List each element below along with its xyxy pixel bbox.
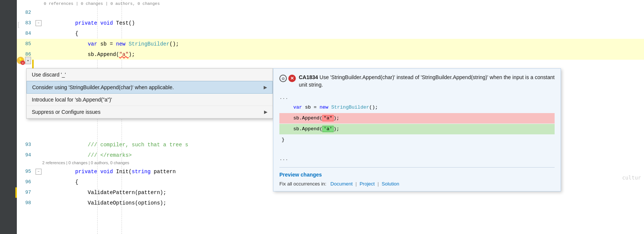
fix-link-document[interactable]: Document <box>331 181 353 187</box>
collapse-btn-95[interactable]: − <box>36 169 42 175</box>
icon-circle-down: ⊙ <box>279 75 287 82</box>
linenum-97: 97 <box>17 187 36 198</box>
code-line-neutral-sb: var sb = new StringBuilder(); <box>279 102 555 113</box>
lightbulb-widget[interactable]: 💡 ✕ ▾ <box>17 57 31 64</box>
code-line-95: 95 − private void Init(string pattern <box>17 166 176 177</box>
lightbulb-error-badge: ✕ <box>21 60 25 65</box>
preview-changes-link[interactable]: Preview changes <box>279 172 322 178</box>
linenum-93: 93 <box>17 140 36 150</box>
menu-item-introduce-local-label: Introduce local for 'sb.Append("a")' <box>32 97 112 103</box>
preview-icons: ⊙ ✕ <box>279 75 296 82</box>
right-side-text: cultur <box>622 175 644 181</box>
preview-code-block: ... var sb = new StringBuilder(); sb.App… <box>279 93 555 163</box>
fix-link-project[interactable]: Project <box>359 181 374 187</box>
code-line-98: 98 ValidateOptions(options); <box>17 198 166 208</box>
ellipsis-1: ... <box>279 94 288 100</box>
error-code: CA1834 <box>299 74 318 80</box>
menu-item-discard-label: Use discard '_' <box>32 72 66 78</box>
linenum-98: 98 <box>17 198 36 208</box>
code-98: ValidateOptions(options); <box>42 187 166 219</box>
menu-item-stringbuilder-label: Consider using 'StringBuilder.Append(cha… <box>32 84 174 90</box>
linenum-95: 95 <box>17 166 36 177</box>
sidebar-strip <box>0 0 17 234</box>
code-line-neutral-brace: } <box>279 135 555 145</box>
pipe-1: | <box>355 181 356 187</box>
menu-item-suppress-label: Suppress or Configure issues <box>32 109 101 115</box>
preview-header: ⊙ ✕ CA1834 Use 'StringBuilder.Append(cha… <box>279 74 555 88</box>
fix-all-prefix: Fix all occurrences in: <box>279 181 326 187</box>
code-line-removed: sb.Append("a"); <box>279 113 555 124</box>
fix-all-line: Fix all occurrences in: Document | Proje… <box>279 181 555 187</box>
linenum-96: 96 <box>17 177 36 187</box>
preview-panel: ⊙ ✕ CA1834 Use 'StringBuilder.Append(cha… <box>273 68 561 191</box>
preview-title: CA1834 Use 'StringBuilder.Append(char)' … <box>299 74 555 88</box>
icon-error-red: ✕ <box>288 75 296 82</box>
fix-link-solution[interactable]: Solution <box>382 181 399 187</box>
menu-item-suppress[interactable]: Suppress or Configure issues ▶ <box>27 106 273 118</box>
menu-item-stringbuilder-arrow: ▶ <box>264 85 267 90</box>
menu-item-suppress-arrow: ▶ <box>264 109 267 115</box>
ellipsis-2: ... <box>279 156 288 161</box>
menu-item-introduce-local[interactable]: Introduce local for 'sb.Append("a")' <box>27 94 273 106</box>
menu-item-discard[interactable]: Use discard '_' <box>27 69 273 81</box>
pipe-2: | <box>378 181 379 187</box>
quick-action-menu[interactable]: Use discard '_' Consider using 'StringBu… <box>26 68 273 119</box>
preview-changes-section[interactable]: Preview changes <box>279 171 555 178</box>
menu-item-stringbuilder[interactable]: Consider using 'StringBuilder.Append(cha… <box>27 81 273 94</box>
preview-separator <box>279 167 555 168</box>
preview-title-text: Use 'StringBuilder.Append(char)' instead… <box>299 74 555 88</box>
code-line-added: sb.Append('a'); <box>279 124 555 134</box>
lightbulb-dropdown-btn[interactable]: ▾ <box>25 57 31 64</box>
